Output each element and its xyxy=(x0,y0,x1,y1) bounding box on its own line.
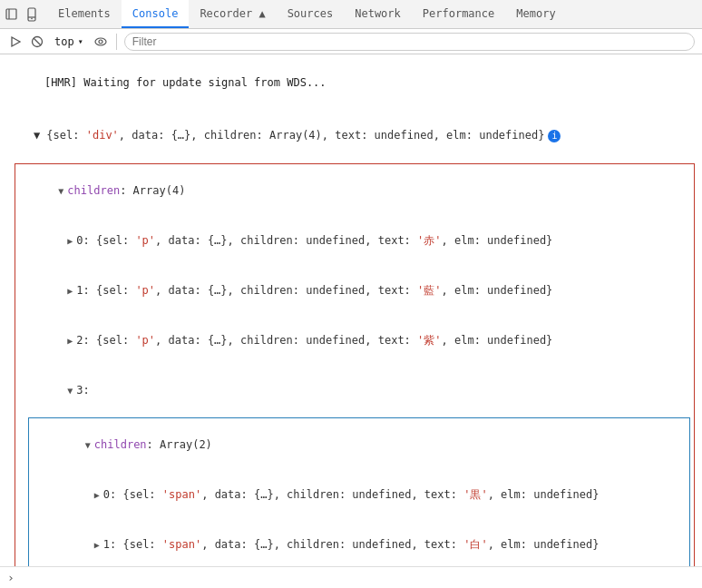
child-1: ▶ 1: {sel: 'p', data: {…}, children: und… xyxy=(28,266,690,316)
console-toolbar: top ▾ xyxy=(0,29,702,54)
svg-line-7 xyxy=(34,38,41,45)
child0-toggle[interactable]: ▶ xyxy=(67,233,76,250)
devtools-toolbar: Elements Console Recorder ▲ Sources Netw… xyxy=(0,0,702,29)
svg-marker-5 xyxy=(12,37,20,46)
console-content: [HMR] Waiting for update signal from WDS… xyxy=(0,54,702,566)
hmr-message: [HMR] Waiting for update signal from WDS… xyxy=(0,56,702,109)
toolbar-icons xyxy=(4,6,40,23)
play-icon[interactable] xyxy=(7,34,24,50)
tab-console[interactable]: Console xyxy=(122,0,190,28)
tab-bar: Elements Console Recorder ▲ Sources Netw… xyxy=(47,0,698,28)
tab-performance[interactable]: Performance xyxy=(412,0,505,28)
prompt-chevron: › xyxy=(7,571,15,584)
inner-child-1: ▶ 1: {sel: 'span', data: {…}, children: … xyxy=(42,520,686,566)
svg-point-8 xyxy=(95,38,106,45)
svg-point-4 xyxy=(31,17,33,19)
child3-toggle[interactable]: ▼ xyxy=(67,383,76,399)
inner-child-0: ▶ 0: {sel: 'span', data: {…}, children: … xyxy=(42,470,686,520)
child-2: ▶ 2: {sel: 'p', data: {…}, children: und… xyxy=(28,316,690,366)
tab-sources[interactable]: Sources xyxy=(277,0,345,28)
child-3-label: ▼ 3: xyxy=(28,366,690,416)
svg-point-9 xyxy=(99,40,102,44)
tab-network[interactable]: Network xyxy=(344,0,412,28)
tab-recorder[interactable]: Recorder ▲ xyxy=(189,0,276,28)
children-array2-label: ▼ children: Array(2) xyxy=(33,420,686,470)
mobile-icon[interactable] xyxy=(24,6,40,23)
eye-icon[interactable] xyxy=(93,34,109,50)
children-array4-label: ▼ children: Array(4) xyxy=(19,166,690,216)
child2-toggle[interactable]: ▶ xyxy=(67,333,76,349)
info-icon[interactable]: i xyxy=(548,130,561,142)
tab-memory[interactable]: Memory xyxy=(505,0,566,28)
toolbar-divider xyxy=(116,34,117,50)
outer-box: ▼ children: Array(4) ▶ 0: {sel: 'p', dat… xyxy=(15,163,695,566)
child-0: ▶ 0: {sel: 'p', data: {…}, children: und… xyxy=(28,216,690,266)
chevron-down-icon: ▾ xyxy=(78,36,83,46)
root-toggle[interactable]: ▼ xyxy=(34,129,46,142)
ban-icon[interactable] xyxy=(29,34,45,50)
child1-toggle[interactable]: ▶ xyxy=(67,283,76,299)
cursor-icon[interactable] xyxy=(4,6,20,23)
filter-input[interactable] xyxy=(124,33,695,51)
children-toggle[interactable]: ▼ xyxy=(58,183,67,200)
root-object-line: ▼ {sel: 'div', data: {…}, children: Arra… xyxy=(0,109,702,162)
inner0-toggle[interactable]: ▶ xyxy=(94,487,103,504)
console-bottom-bar[interactable]: › xyxy=(0,566,702,588)
inner-box: ▼ children: Array(2) ▶ 0: {sel: 'span', … xyxy=(28,417,690,566)
tab-elements[interactable]: Elements xyxy=(47,0,122,28)
inner1-toggle[interactable]: ▶ xyxy=(94,537,103,554)
svg-rect-0 xyxy=(6,9,16,19)
level-select[interactable]: top ▾ xyxy=(51,34,87,50)
children2-toggle[interactable]: ▼ xyxy=(85,437,94,454)
